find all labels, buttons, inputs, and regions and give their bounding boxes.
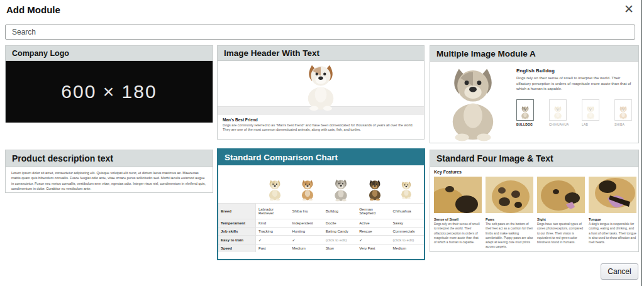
comparison-dog-images bbox=[218, 165, 424, 203]
table-cell: Docile bbox=[323, 219, 357, 227]
module-title: Standard Four Image & Text bbox=[430, 150, 638, 167]
key-features-heading: Key Features bbox=[430, 167, 638, 175]
bulldog-photo-placeholder bbox=[440, 64, 506, 142]
cancel-button[interactable]: Cancel bbox=[601, 263, 638, 280]
logo-dimensions-label: 600 × 180 bbox=[61, 81, 157, 102]
module-card-product-description[interactable]: Product description text Lorem ipsum dol… bbox=[5, 150, 213, 193]
thumbnail-image bbox=[614, 99, 632, 121]
thumbnail-image bbox=[549, 99, 567, 121]
table-cell-check: ✓ bbox=[256, 235, 289, 244]
table-cell: Sassy bbox=[391, 219, 424, 227]
table-cell: Shiba Inu bbox=[289, 203, 323, 219]
thumbnail-label: LAB bbox=[582, 123, 601, 126]
row-label: Easy to train bbox=[218, 235, 256, 244]
image-header-text-block: Man's Best Friend Dogs are commonly refe… bbox=[218, 115, 424, 135]
thumbnail-row: BULLDOG CHIHUAHUA LAB bbox=[516, 99, 633, 126]
lab-thumb-placeholder bbox=[585, 105, 596, 120]
breed-description: Dogs rely on their sense of smell to int… bbox=[516, 75, 633, 92]
table-cell: Hunting bbox=[289, 227, 323, 235]
table-cell-click-to-edit[interactable]: (click to edit) bbox=[391, 235, 424, 244]
shiba-thumb-placeholder bbox=[618, 105, 629, 120]
row-label: Speed bbox=[218, 244, 256, 252]
thumbnail-shiba[interactable]: SHIBA bbox=[614, 99, 633, 126]
lorem-ipsum-text: Lorem ipsum dolor sit amet, consectetur … bbox=[6, 167, 213, 194]
table-cell: Rescue bbox=[357, 227, 390, 235]
feature-smell: Sense of Smell Dogs rely on their sense … bbox=[434, 177, 482, 250]
thumbnail-bulldog[interactable]: BULLDOG bbox=[516, 99, 535, 126]
table-cell: Slow bbox=[323, 244, 357, 252]
breed-heading: English Bulldog bbox=[516, 68, 633, 74]
thumbnail-label: CHIHUAHUA bbox=[549, 123, 568, 126]
row-label: Job skills bbox=[218, 227, 256, 235]
vertical-scrollbar[interactable] bbox=[641, 0, 642, 286]
thumbnail-lab[interactable]: LAB bbox=[582, 99, 601, 126]
bulldog-photo-placeholder bbox=[331, 178, 350, 202]
table-cell: Commercials bbox=[391, 227, 424, 235]
feature-title: Tongue bbox=[589, 217, 636, 221]
module-title: Image Header With Text bbox=[218, 46, 424, 61]
table-cell: Labrador Retriever bbox=[256, 203, 289, 219]
feature-title: Sense of Smell bbox=[434, 217, 482, 221]
dog-head-closeup-photo bbox=[537, 177, 585, 213]
table-cell: Tracking bbox=[256, 227, 289, 235]
table-cell: Kind bbox=[256, 219, 289, 227]
feature-paws: Paws The soft paws on the bottom of thei… bbox=[486, 177, 533, 250]
close-icon[interactable]: ✕ bbox=[624, 3, 634, 16]
thumbnail-image bbox=[582, 99, 599, 121]
feature-title: Paws bbox=[486, 217, 533, 221]
module-card-standard-four-image-text[interactable]: Standard Four Image & Text Key Features … bbox=[430, 150, 639, 252]
dog-tongue-closeup-photo bbox=[589, 177, 636, 213]
dialog-title: Add Module bbox=[6, 4, 60, 15]
table-cell: German Shepherd bbox=[357, 203, 390, 219]
feature-columns: Sense of Smell Dogs rely on their sense … bbox=[430, 175, 638, 250]
feature-title: Sight bbox=[537, 217, 585, 221]
multiple-image-body: English Bulldog Dogs rely on their sense… bbox=[430, 62, 638, 142]
chihuahua-thumb-placeholder bbox=[552, 105, 564, 120]
module-title: Product description text bbox=[6, 150, 213, 167]
bulldog-thumb-placeholder bbox=[519, 105, 531, 120]
search-container bbox=[5, 25, 635, 40]
feature-body: Dogs rely on their sense of smell to int… bbox=[434, 222, 482, 245]
module-card-standard-comparison-chart[interactable]: Standard Comparison Chart Breed Labrador… bbox=[217, 148, 425, 260]
feature-body: Dogs have two spectral types of cones ph… bbox=[537, 222, 585, 245]
multiple-image-text-column: English Bulldog Dogs rely on their sense… bbox=[513, 64, 633, 142]
dog-paw-closeup-photo bbox=[486, 177, 533, 213]
dog-face-closeup-photo bbox=[434, 177, 482, 213]
thumbnail-image bbox=[516, 99, 534, 121]
thumbnail-label: BULLDOG bbox=[516, 123, 535, 126]
table-cell: Eating Candy bbox=[323, 227, 357, 235]
table-cell-check: ✓ bbox=[289, 235, 323, 244]
module-card-image-header-with-text[interactable]: Image Header With Text Man's Best Friend… bbox=[217, 45, 425, 140]
feature-tongue: Tongue A dog's tongue is responsible for… bbox=[589, 177, 636, 250]
module-title: Company Logo bbox=[6, 46, 213, 61]
feature-sight: Sight Dogs have two spectral types of co… bbox=[537, 177, 585, 250]
table-cell: Bulldog bbox=[323, 203, 357, 219]
search-input[interactable] bbox=[5, 25, 635, 40]
row-label: Breed bbox=[218, 203, 256, 219]
module-title: Multiple Image Module A bbox=[430, 46, 638, 62]
table-cell: Medium bbox=[391, 244, 424, 252]
table-cell-click-to-edit[interactable]: (click to edit) bbox=[323, 235, 357, 244]
table-cell-check: ✓ bbox=[357, 235, 390, 244]
table-cell: Fast bbox=[256, 244, 289, 252]
feature-body: A dog's tongue is responsible for coolin… bbox=[589, 222, 636, 245]
image-header-body: Dogs are commonly referred to as "Man's … bbox=[223, 123, 419, 133]
table-cell: Very Fast bbox=[357, 244, 390, 252]
module-card-company-logo[interactable]: Company Logo 600 × 180 bbox=[5, 45, 213, 123]
feature-body: The soft paws on the bottom of their fee… bbox=[486, 222, 533, 250]
table-cell: Medium bbox=[289, 244, 323, 252]
module-card-multiple-image-a[interactable]: Multiple Image Module A English Bulldog … bbox=[430, 45, 639, 143]
puppy-photo-placeholder bbox=[300, 62, 341, 111]
thumbnail-label: SHIBA bbox=[614, 123, 633, 126]
module-title: Standard Comparison Chart bbox=[218, 150, 424, 165]
table-cell: Independent bbox=[289, 219, 323, 227]
shiba-photo-placeholder bbox=[299, 178, 316, 202]
bulldog-main-image bbox=[433, 64, 513, 142]
shepherd-photo-placeholder bbox=[366, 178, 384, 202]
table-cell: Active bbox=[357, 219, 390, 227]
puppy-hero-image bbox=[218, 61, 424, 115]
row-label: Temperament bbox=[218, 219, 256, 227]
labrador-photo-placeholder bbox=[266, 178, 284, 202]
thumbnail-chihuahua[interactable]: CHIHUAHUA bbox=[549, 99, 568, 126]
image-header-heading: Man's Best Friend bbox=[223, 118, 419, 122]
